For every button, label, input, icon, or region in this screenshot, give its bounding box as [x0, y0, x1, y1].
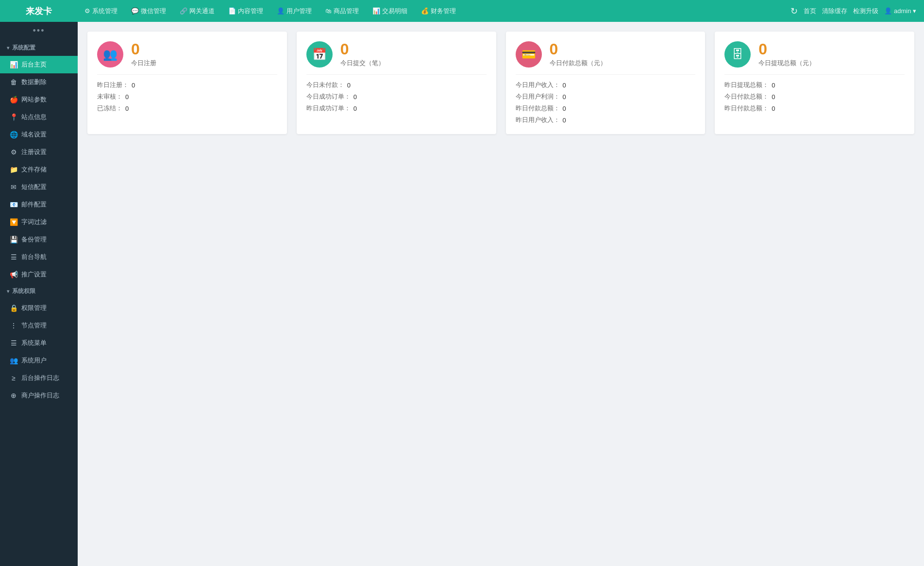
sidebar-item-site-info[interactable]: 📍站点信息	[0, 108, 78, 126]
sidebar-toggle[interactable]: •••	[0, 22, 78, 40]
file-storage-icon: 📁	[10, 166, 17, 173]
promo-setting-icon: 📢	[10, 271, 17, 278]
sidebar-item-sys-menu[interactable]: ☰系统菜单	[0, 334, 78, 352]
nav-item-finance[interactable]: 💰财务管理	[414, 0, 463, 22]
card-top: 📅 0 今日提交（笔）	[306, 41, 487, 75]
detail-row: 昨日成功订单： 0	[306, 104, 487, 113]
register-setting-icon: ⚙	[10, 148, 17, 156]
refresh-icon[interactable]: ↻	[790, 6, 798, 17]
sidebar-item-sms-config[interactable]: ✉短信配置	[0, 178, 78, 196]
nav-item-goods-manage[interactable]: 🛍商品管理	[319, 0, 366, 22]
today-register-icon: 👥	[97, 41, 123, 68]
today-payment-details: 今日用户收入： 0 今日用户利润： 0 昨日付款总额： 0 昨日用户收入： 0	[516, 81, 696, 124]
today-register-details: 昨日注册： 0 未审核： 0 已冻结： 0	[97, 81, 277, 113]
sidebar-item-domain-setting[interactable]: 🌐域名设置	[0, 126, 78, 143]
clear-cache-button[interactable]: 清除缓存	[822, 7, 847, 16]
node-manage-icon: ⋮	[10, 322, 17, 329]
nav-item-content-manage[interactable]: 📄内容管理	[221, 0, 270, 22]
nav-item-user-manage[interactable]: 👤用户管理	[270, 0, 319, 22]
sidebar-item-node-manage[interactable]: ⋮节点管理	[0, 317, 78, 334]
user-manage-icon: 👤	[277, 7, 285, 15]
detail-row: 今日未付款： 0	[306, 81, 487, 89]
backup-manage-icon: 💾	[10, 236, 17, 243]
stat-card-today-register: 👥 0 今日注册 昨日注册： 0 未审核： 0 已冻结： 0	[87, 32, 287, 134]
brand-logo[interactable]: 来发卡	[0, 5, 78, 17]
today-payment-icon: 💳	[516, 41, 542, 68]
card-top: 🗄 0 今日提现总额（元）	[724, 41, 905, 75]
today-withdraw-label: 今日提现总额（元）	[758, 59, 815, 68]
finance-icon: 💰	[421, 7, 429, 15]
backend-log-icon: ≥	[10, 374, 17, 382]
stat-card-today-payment: 💳 0 今日付款总额（元） 今日用户收入： 0 今日用户利润： 0 昨日付款总额…	[506, 32, 706, 134]
card-top: 💳 0 今日付款总额（元）	[516, 41, 696, 75]
detail-row: 昨日提现总额： 0	[724, 81, 905, 89]
sidebar-item-site-param[interactable]: 🍎网站参数	[0, 91, 78, 108]
today-withdraw-number: 0	[758, 41, 815, 57]
detail-row: 今日用户利润： 0	[516, 92, 696, 101]
main-menu: ⚙系统管理💬微信管理🔗网关通道📄内容管理👤用户管理🛍商品管理📊交易明细💰财务管理	[78, 0, 790, 22]
sidebar-item-register-setting[interactable]: ⚙注册设置	[0, 143, 78, 161]
word-filter-icon: 🔽	[10, 218, 17, 226]
detail-row: 昨日注册： 0	[97, 81, 277, 89]
trade-icon: 📊	[372, 7, 380, 15]
stat-card-today-withdraw: 🗄 0 今日提现总额（元） 昨日提现总额： 0 今日付款总额： 0 昨日付款总额…	[715, 32, 914, 134]
sys-menu-icon: ☰	[10, 339, 17, 347]
sys-manage-icon: ⚙	[84, 7, 90, 15]
card-top: 👥 0 今日注册	[97, 41, 277, 75]
detail-row: 昨日用户收入： 0	[516, 116, 696, 124]
mail-config-icon: 📧	[10, 201, 17, 208]
sidebar-item-file-storage[interactable]: 📁文件存储	[0, 161, 78, 178]
nav-item-trade[interactable]: 📊交易明细	[366, 0, 414, 22]
permission-manage-icon: 🔒	[10, 304, 17, 312]
stat-card-today-submit: 📅 0 今日提交（笔） 今日未付款： 0 今日成功订单： 0 昨日成功订单： 0	[297, 32, 496, 134]
sidebar-item-front-nav[interactable]: ☰前台导航	[0, 248, 78, 266]
detail-row: 已冻结： 0	[97, 104, 277, 113]
nav-item-wechat-manage[interactable]: 💬微信管理	[124, 0, 173, 22]
today-withdraw-details: 昨日提现总额： 0 今日付款总额： 0 昨日付款总额： 0	[724, 81, 905, 113]
sidebar-item-data-cleanse[interactable]: 🗑数据删除	[0, 73, 78, 91]
check-upgrade-button[interactable]: 检测升级	[853, 7, 878, 16]
right-actions: ↻ 首页 清除缓存 检测升级 👤 admin ▾	[790, 6, 924, 17]
today-submit-icon: 📅	[306, 41, 333, 68]
detail-row: 今日用户收入： 0	[516, 81, 696, 89]
layout: ••• ▾系统配置📊后台主页🗑数据删除🍎网站参数📍站点信息🌐域名设置⚙注册设置📁…	[0, 22, 924, 566]
sidebar-item-mail-config[interactable]: 📧邮件配置	[0, 196, 78, 213]
today-submit-details: 今日未付款： 0 今日成功订单： 0 昨日成功订单： 0	[306, 81, 487, 113]
today-submit-label: 今日提交（笔）	[340, 59, 385, 68]
site-param-icon: 🍎	[10, 96, 17, 103]
today-payment-number: 0	[550, 41, 606, 57]
main-content: 👥 0 今日注册 昨日注册： 0 未审核： 0 已冻结： 0 📅 0	[78, 22, 924, 566]
sidebar-item-backend-log[interactable]: ≥后台操作日志	[0, 369, 78, 387]
gateway-icon: 🔗	[180, 7, 187, 15]
sidebar-item-promo-setting[interactable]: 📢推广设置	[0, 266, 78, 283]
nav-item-gateway[interactable]: 🔗网关通道	[173, 0, 221, 22]
user-menu[interactable]: 👤 admin ▾	[884, 7, 916, 15]
detail-row: 未审核： 0	[97, 92, 277, 101]
sidebar-item-merchant-log[interactable]: ⊕商户操作日志	[0, 387, 78, 404]
today-submit-number: 0	[340, 41, 385, 57]
goods-manage-icon: 🛍	[325, 7, 332, 15]
sys-user-icon: 👥	[10, 357, 17, 364]
merchant-log-icon: ⊕	[10, 392, 17, 399]
sidebar-item-backup-manage[interactable]: 💾备份管理	[0, 231, 78, 248]
sidebar-item-word-filter[interactable]: 🔽字词过滤	[0, 213, 78, 231]
sidebar: ••• ▾系统配置📊后台主页🗑数据删除🍎网站参数📍站点信息🌐域名设置⚙注册设置📁…	[0, 22, 78, 566]
today-withdraw-icon: 🗄	[724, 41, 751, 68]
sms-config-icon: ✉	[10, 183, 17, 191]
nav-item-sys-manage[interactable]: ⚙系统管理	[78, 0, 124, 22]
sidebar-item-permission-manage[interactable]: 🔒权限管理	[0, 299, 78, 317]
sidebar-section-sys-permission[interactable]: ▾系统权限	[0, 283, 78, 299]
dashboard-icon: 📊	[10, 61, 17, 69]
detail-row: 昨日付款总额： 0	[724, 104, 905, 113]
detail-row: 今日成功订单： 0	[306, 92, 487, 101]
sidebar-section-sys-config[interactable]: ▾系统配置	[0, 40, 78, 56]
today-payment-label: 今日付款总额（元）	[550, 59, 606, 68]
today-register-label: 今日注册	[131, 59, 156, 68]
today-register-number: 0	[131, 41, 156, 57]
data-cleanse-icon: 🗑	[10, 78, 17, 86]
home-link[interactable]: 首页	[804, 7, 816, 16]
site-info-icon: 📍	[10, 113, 17, 121]
sidebar-item-sys-user[interactable]: 👥系统用户	[0, 352, 78, 369]
front-nav-icon: ☰	[10, 253, 17, 261]
sidebar-item-dashboard[interactable]: 📊后台主页	[0, 56, 78, 73]
